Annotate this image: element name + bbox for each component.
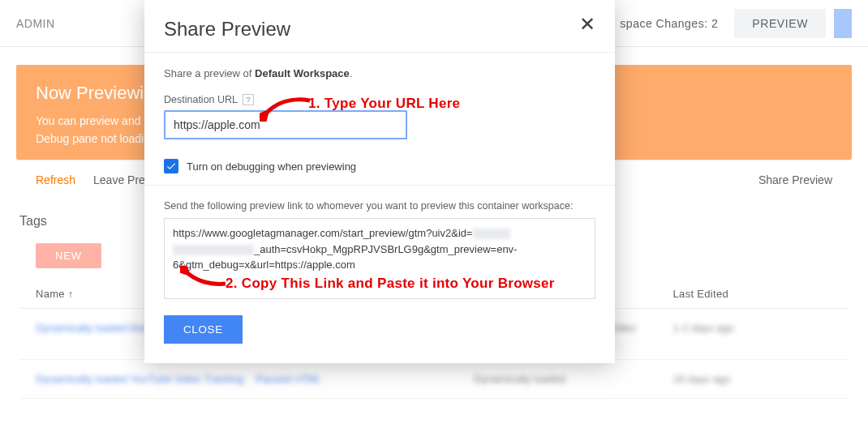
close-button[interactable]: CLOSE — [164, 315, 243, 344]
debug-checkbox-label: Turn on debugging when previewing — [187, 160, 356, 173]
share-preview-modal: Share Preview ✕ Share a preview of Defau… — [144, 0, 615, 363]
destination-url-input[interactable] — [164, 110, 407, 139]
destination-url-label: Destination URL ? — [164, 94, 595, 105]
help-icon[interactable]: ? — [243, 94, 254, 105]
close-icon[interactable]: ✕ — [579, 15, 595, 34]
modal-title: Share Preview — [164, 18, 579, 41]
preview-link-textarea[interactable]: https://www.googletagmanager.com/start_p… — [164, 218, 595, 299]
check-icon — [165, 160, 177, 172]
send-link-label: Send the following preview link to whome… — [164, 200, 595, 212]
share-preview-description: Share a preview of Default Workspace. — [164, 67, 595, 79]
debug-checkbox[interactable] — [164, 159, 178, 173]
